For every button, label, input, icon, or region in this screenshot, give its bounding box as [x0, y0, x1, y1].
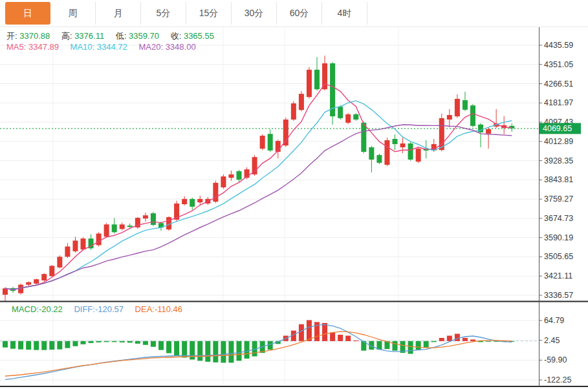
ma5-line [5, 84, 512, 289]
tab-5min[interactable]: 5分 [141, 2, 186, 25]
ma20-value: 3348.00 [166, 42, 196, 52]
ma5-value: 3347.89 [28, 42, 59, 52]
svg-text:64.79: 64.79 [544, 316, 564, 325]
macd-label: MACD: [12, 304, 39, 314]
tab-30min[interactable]: 30分 [232, 2, 277, 25]
svg-text:3421.11: 3421.11 [544, 271, 572, 280]
current-price-tag: 4069.65 [539, 123, 581, 134]
high-value: 3376.11 [74, 31, 104, 41]
svg-text:3759.27: 3759.27 [544, 194, 573, 204]
svg-text:4351.05: 4351.05 [544, 60, 573, 69]
kline-chart-app: 日 周 月 5分 15分 30分 60分 4时 4435.594351.0542… [0, 0, 588, 389]
high-label: 高: [61, 31, 72, 41]
tab-4hour[interactable]: 4时 [322, 2, 367, 25]
ma-readout: MA5: 3347.89 MA10: 3344.72 MA20: 3348.00 [6, 42, 205, 52]
ma10-label: MA10: [71, 42, 95, 52]
dea-line [5, 331, 512, 376]
svg-text:3590.19: 3590.19 [544, 233, 573, 242]
candles-layer [3, 56, 514, 301]
diff-value: -120.57 [95, 304, 124, 314]
ma20-label: MA20: [138, 42, 163, 52]
low-label: 低: [116, 31, 127, 41]
tab-60min[interactable]: 60分 [277, 2, 322, 25]
tab-week[interactable]: 周 [50, 2, 96, 25]
ohlc-readout: 开: 3370.88 高: 3376.11 低: 3359.70 收: 3365… [6, 30, 223, 42]
svg-text:4435.59: 4435.59 [544, 41, 573, 50]
ma5-label: MA5: [6, 42, 26, 52]
dea-value: -110.46 [155, 304, 182, 314]
tab-15min[interactable]: 15分 [186, 2, 232, 25]
macd-lines [5, 324, 512, 379]
gridlines [0, 27, 539, 386]
macd-readout: MACD:-20.22 DIFF:-120.57 DEA:-110.46 [12, 304, 191, 314]
svg-text:-59.90: -59.90 [544, 355, 567, 364]
close-value: 3365.55 [184, 31, 214, 41]
svg-text:4069.65: 4069.65 [543, 124, 572, 133]
kline-macd-canvas[interactable]: 4435.594351.054266.514181.974097.434012.… [0, 0, 588, 389]
svg-text:4181.97: 4181.97 [544, 98, 573, 107]
svg-text:3674.73: 3674.73 [544, 214, 573, 223]
low-value: 3359.70 [129, 31, 159, 41]
svg-text:4012.89: 4012.89 [544, 137, 573, 146]
svg-text:2.45: 2.45 [544, 336, 560, 345]
tab-month[interactable]: 月 [96, 2, 141, 25]
tab-day[interactable]: 日 [5, 2, 50, 25]
svg-text:3336.57: 3336.57 [544, 291, 573, 300]
svg-text:4266.51: 4266.51 [544, 79, 573, 89]
macd-value: -20.22 [39, 304, 63, 314]
ma10-value: 3344.72 [97, 42, 127, 52]
dea-label: DEA: [135, 304, 155, 314]
diff-label: DIFF: [74, 304, 95, 314]
open-value: 3370.88 [19, 31, 50, 41]
period-tabbar: 日 周 月 5分 15分 30分 60分 4时 [0, 0, 588, 27]
macd-axis-labels: 64.792.45-59.90-122.25 [539, 316, 571, 384]
close-label: 收: [171, 31, 182, 41]
open-label: 开: [6, 31, 17, 41]
ma-lines [5, 84, 512, 289]
price-axis-labels: 4435.594351.054266.514181.974097.434012.… [539, 41, 573, 300]
svg-text:-122.25: -122.25 [544, 375, 571, 384]
ma10-line [5, 101, 512, 289]
svg-text:3505.65: 3505.65 [544, 252, 573, 261]
svg-text:3928.35: 3928.35 [544, 156, 573, 165]
svg-text:3843.81: 3843.81 [544, 175, 573, 184]
